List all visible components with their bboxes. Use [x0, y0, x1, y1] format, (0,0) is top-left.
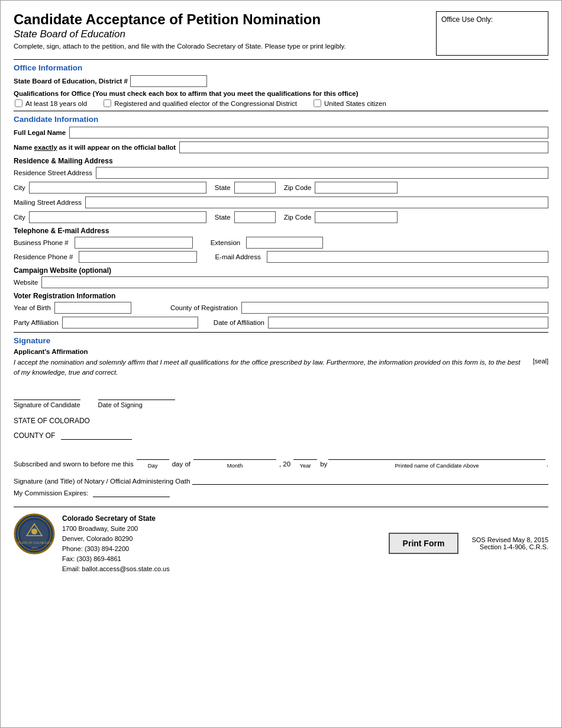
subscribed-text: Subscribed and sworn to before me this: [14, 458, 134, 471]
mailing-city-row: City State Zip Code: [14, 211, 548, 223]
mailing-street-label: Mailing Street Address: [14, 199, 82, 206]
ballot-name-exact: exactly: [34, 144, 57, 151]
printed-name-label: Printed name of Candidate Above: [395, 460, 479, 471]
commission-blank: [93, 489, 170, 497]
notary-label: Signature (and Title) of Notary / Offici…: [14, 478, 190, 485]
county-reg-label: County of Registration: [170, 304, 238, 311]
signature-heading: Signature: [14, 336, 548, 345]
business-phone-label: Business Phone #: [14, 239, 69, 246]
notary-sig-line: [192, 476, 548, 485]
page-title: Candidate Acceptance of Petition Nominat…: [14, 11, 427, 28]
candidate-info-heading: Candidate Information: [14, 115, 548, 124]
residence-phone-input[interactable]: [79, 251, 197, 263]
divider-2: [14, 111, 548, 111]
address1: 1700 Broadway, Suite 200: [62, 525, 138, 532]
ballot-name-label: Name exactly as it will appear on the of…: [14, 144, 176, 151]
divider-1: [14, 59, 548, 60]
mailing-zip-input[interactable]: [315, 211, 398, 223]
ballot-name-row: Name exactly as it will appear on the of…: [14, 141, 548, 153]
residence-zip-input[interactable]: [315, 182, 398, 194]
zip-label-2: Zip Code: [284, 214, 312, 221]
state-label-1: State: [215, 184, 231, 191]
checkbox-citizen[interactable]: United States citizen: [314, 99, 386, 107]
residence-city-row: City State Zip Code: [14, 182, 548, 194]
email-input[interactable]: [267, 251, 548, 263]
full-name-label: Full Legal Name: [14, 129, 66, 136]
district-input[interactable]: [130, 75, 207, 87]
ballot-name-suffix: as it will appear on the official ballot: [59, 144, 176, 151]
sig-date-line: [98, 391, 175, 400]
office-use-box: Office Use Only:: [436, 11, 548, 56]
residence-phone-label: Residence Phone #: [14, 253, 73, 260]
extension-input[interactable]: [246, 237, 323, 249]
mailing-city-input[interactable]: [29, 211, 206, 223]
sig-candidate-label: Signature of Candidate: [14, 401, 80, 408]
subscribed-row: Subscribed and sworn to before me this D…: [14, 446, 548, 471]
day-word: day of: [172, 458, 190, 471]
checkbox-elector[interactable]: Registered and qualified elector of the …: [104, 99, 297, 107]
sig-candidate-line: [14, 391, 80, 400]
signature-section: Signature Applicant's Affirmation I acce…: [14, 336, 548, 497]
residence-state-input[interactable]: [234, 182, 276, 194]
website-label: Website: [14, 279, 38, 286]
checkbox-citizen-label: United States citizen: [324, 100, 386, 107]
year-birth-row: Year of Birth County of Registration: [14, 302, 548, 314]
website-heading: Campaign Website (optional): [14, 266, 548, 275]
checkbox-elector-input[interactable]: [104, 99, 111, 107]
checkbox-elector-label: Registered and qualified elector of the …: [114, 100, 297, 107]
sig-line-row: Signature of Candidate Date of Signing: [14, 391, 548, 408]
sig-candidate-col: Signature of Candidate: [14, 391, 80, 408]
zip-label-1: Zip Code: [284, 184, 312, 191]
day-blank: [137, 446, 169, 460]
extension-label: Extension: [211, 239, 241, 246]
office-info-heading: Office Information: [14, 63, 548, 72]
date-affil-input[interactable]: [268, 317, 548, 328]
residence-street-input[interactable]: [96, 167, 548, 179]
checkbox-age-input[interactable]: [15, 99, 22, 107]
county-blank: [61, 431, 132, 440]
phone: Phone: (303) 894-2200: [62, 545, 129, 552]
revision-text: SOS Revised May 8, 2015: [471, 536, 548, 543]
year-birth-input[interactable]: [54, 302, 131, 314]
website-input[interactable]: [41, 276, 548, 288]
year-col: Year: [292, 446, 319, 471]
footer-revision: SOS Revised May 8, 2015 Section 1-4-906,…: [471, 536, 548, 550]
page-description: Complete, sign, attach to the petition, …: [14, 43, 386, 50]
month-label: Month: [227, 460, 243, 471]
mailing-state-input[interactable]: [234, 211, 276, 223]
footer-info: Colorado Secretary of State 1700 Broadwa…: [62, 513, 170, 575]
business-phone-input[interactable]: [75, 237, 193, 249]
affirmation-heading: Applicant's Affirmation: [14, 348, 548, 355]
print-button[interactable]: Print Form: [389, 533, 459, 554]
mailing-street-input[interactable]: [85, 197, 548, 208]
qualifications-checkboxes: At least 18 years old Registered and qua…: [15, 99, 548, 107]
email: Email: ballot.access@sos.state.co.us: [62, 565, 170, 572]
commission-row: My Commission Expires:: [14, 489, 548, 497]
full-name-input[interactable]: [69, 127, 548, 138]
address2: Denver, Colorado 80290: [62, 535, 133, 542]
city-label-2: City: [14, 214, 25, 221]
printed-name-blank: [328, 446, 545, 460]
state-label: STATE OF COLORADO: [14, 417, 548, 425]
residence-street-row: Residence Street Address: [14, 167, 548, 179]
affirmation-text: I accept the nomination and solemnly aff…: [14, 357, 521, 378]
website-row: Website: [14, 276, 548, 288]
ballot-name-input[interactable]: [179, 141, 548, 153]
checkbox-citizen-input[interactable]: [314, 99, 321, 107]
checkbox-age[interactable]: At least 18 years old: [15, 99, 87, 107]
page-container: Candidate Acceptance of Petition Nominat…: [0, 0, 562, 728]
residence-city-input[interactable]: [29, 182, 206, 194]
svg-point-4: [31, 529, 37, 534]
seal-placeholder: [seal]: [533, 357, 548, 365]
month-col: Month: [192, 446, 278, 471]
district-label: State Board of Education, District #: [14, 78, 128, 85]
state-label-2: State: [215, 214, 231, 221]
divider-3: [14, 332, 548, 333]
party-affil-input[interactable]: [62, 317, 198, 328]
business-phone-row: Business Phone # Extension: [14, 237, 548, 249]
header-left: Candidate Acceptance of Petition Nominat…: [14, 11, 427, 50]
county-reg-input[interactable]: [241, 302, 548, 314]
sig-date-col: Date of Signing: [98, 391, 175, 408]
sig-date-label: Date of Signing: [98, 401, 175, 408]
fax: Fax: (303) 869-4861: [62, 555, 121, 562]
